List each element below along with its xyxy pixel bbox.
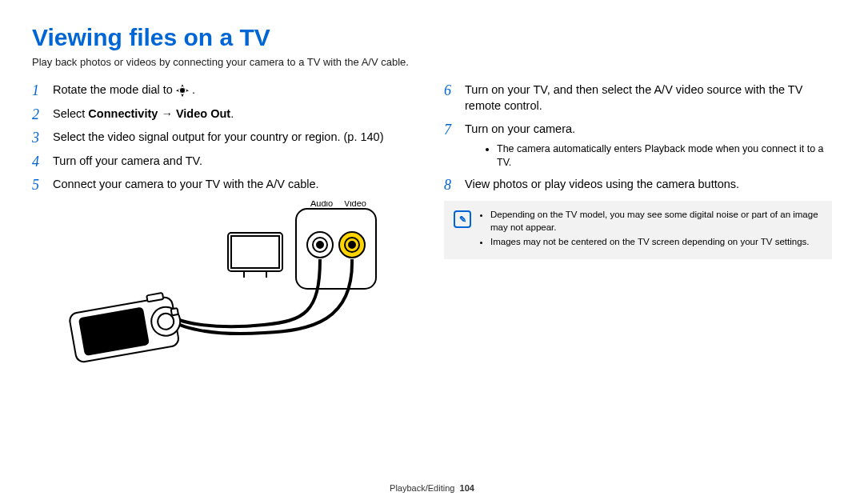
step-8: 8 View photos or play videos using the c…	[444, 177, 832, 193]
step-3: 3 Select the video signal output for you…	[32, 130, 420, 146]
content-columns: 1 Rotate the mode dial to . 2 Select Con…	[32, 82, 832, 388]
svg-rect-16	[171, 308, 178, 315]
step-text: View photos or play videos using the cam…	[465, 178, 739, 190]
footer-page-number: 104	[460, 483, 474, 493]
page-footer: Playback/Editing 104	[0, 483, 864, 493]
step-number: 4	[32, 152, 39, 171]
video-label: Video	[344, 201, 366, 208]
step-text-post: .	[230, 107, 234, 120]
step-7-sub: The camera automatically enters Playback…	[497, 142, 832, 170]
left-column: 1 Rotate the mode dial to . 2 Select Con…	[32, 82, 420, 388]
step-number: 7	[444, 120, 451, 139]
footer-section: Playback/Editing	[390, 483, 454, 493]
step-text: Turn on your camera.	[465, 122, 575, 135]
audio-label: Audio	[310, 201, 333, 208]
svg-rect-1	[231, 236, 279, 268]
mode-dial-icon	[176, 84, 189, 97]
step-number: 6	[444, 81, 451, 100]
step-number: 5	[32, 175, 39, 194]
step-bold: Connectivity → Video Out	[88, 107, 230, 120]
step-number: 1	[32, 81, 39, 100]
step-5: 5 Connect your camera to your TV with th…	[32, 177, 420, 193]
step-text: Connect your camera to your TV with the …	[53, 178, 319, 190]
step-text: Select	[53, 107, 88, 120]
step-2: 2 Select Connectivity → Video Out.	[32, 106, 420, 122]
steps-right: 6 Turn on your TV, and then select the A…	[444, 82, 832, 193]
step-number: 2	[32, 105, 39, 124]
page-subtitle: Play back photos or videos by connecting…	[32, 56, 832, 68]
note-item: Depending on the TV model, you may see s…	[490, 209, 822, 234]
note-item: Images may not be centered on the TV scr…	[490, 236, 822, 249]
illustration-svg: Audio Video	[64, 201, 384, 385]
step-text: Rotate the mode dial to	[53, 83, 176, 96]
step-number: 3	[32, 128, 39, 147]
right-column: 6 Turn on your TV, and then select the A…	[444, 82, 832, 388]
av-cable-illustration: Audio Video	[64, 201, 420, 388]
step-text-post: .	[189, 83, 195, 96]
step-7: 7 Turn on your camera. The camera automa…	[444, 122, 832, 169]
sub-bullet: The camera automatically enters Playback…	[497, 142, 832, 170]
svg-point-7	[317, 242, 323, 248]
step-text: Select the video signal output for your …	[53, 130, 383, 143]
step-1: 1 Rotate the mode dial to .	[32, 82, 420, 98]
step-4: 4 Turn off your camera and TV.	[32, 154, 420, 170]
step-6: 6 Turn on your TV, and then select the A…	[444, 82, 832, 114]
svg-point-10	[349, 242, 355, 248]
step-text: Turn on your TV, and then select the A/V…	[465, 83, 802, 112]
note-icon: ✎	[454, 210, 471, 228]
step-text: Turn off your camera and TV.	[53, 154, 202, 167]
note-list: Depending on the TV model, you may see s…	[490, 209, 822, 251]
steps-left: 1 Rotate the mode dial to . 2 Select Con…	[32, 82, 420, 193]
note-box: ✎ Depending on the TV model, you may see…	[444, 201, 832, 259]
step-number: 8	[444, 175, 451, 194]
page-title: Viewing files on a TV	[32, 24, 832, 51]
